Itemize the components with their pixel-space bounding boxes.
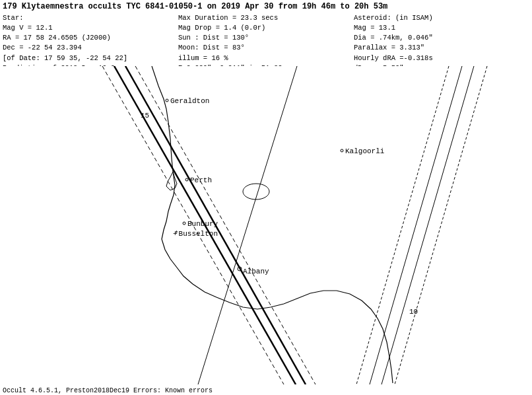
svg-text:10: 10 (409, 308, 418, 316)
asteroid-label: Asteroid: (in ISAM) (354, 13, 529, 23)
illum-info: illum = 16 % (178, 54, 354, 63)
star-label: Star: (3, 13, 178, 23)
footer: Occult 4.6.5.1, Preston2018Dec19 Errors:… (0, 386, 532, 395)
svg-text:Bunbury: Bunbury (187, 220, 218, 228)
svg-text:*Busselton: *Busselton (174, 230, 218, 238)
sun-info: Sun : Dist = 130° (178, 33, 354, 43)
header: 179 Klytaemnestra occults TYC 6841-01050… (0, 0, 532, 75)
star-mag: Mag V = 12.1 (3, 23, 178, 33)
svg-text:Albany: Albany (243, 268, 269, 275)
star-ofdate: [of Date: 17 59 35, -22 54 22] (3, 54, 178, 63)
asteroid-hourly-ra: Hourly dRA =-0.318s (354, 54, 529, 63)
map-svg: Geraldton Kalgoorli Perth Bunbury *Busse… (0, 66, 532, 384)
star-ra: RA = 17 58 24.6505 (J2000) (3, 33, 178, 43)
svg-text:Perth: Perth (190, 176, 212, 184)
map-area: Geraldton Kalgoorli Perth Bunbury *Busse… (0, 66, 532, 384)
duration-info: Max Duration = 23.3 secs Mag Drop = 1.4 … (178, 13, 354, 73)
star-info: Star: Mag V = 12.1 RA = 17 58 24.6505 (J… (3, 13, 178, 73)
svg-rect-0 (0, 66, 532, 384)
svg-text:Geraldton: Geraldton (170, 97, 209, 105)
mag-drop: Mag Drop = 1.4 (0.0r) (178, 23, 354, 33)
title: 179 Klytaemnestra occults TYC 6841-01050… (3, 1, 529, 13)
asteroid-parallax: Parallax = 3.313" (354, 43, 529, 53)
svg-text:Kalgoorli: Kalgoorli (345, 147, 385, 155)
asteroid-dia: Dia = .74km, 0.046" (354, 33, 529, 43)
moon-info: Moon: Dist = 83° (178, 43, 354, 53)
svg-text:15: 15 (141, 112, 149, 120)
svg-text:+: + (173, 230, 178, 238)
star-dec: Dec = -22 54 23.394 (3, 43, 178, 53)
asteroid-mag: Mag = 13.1 (354, 23, 529, 33)
info-grid: Star: Mag V = 12.1 RA = 17 58 24.6505 (J… (3, 13, 529, 73)
footer-text: Occult 4.6.5.1, Preston2018Dec19 Errors:… (3, 387, 213, 394)
max-duration: Max Duration = 23.3 secs (178, 13, 354, 23)
asteroid-info: Asteroid: (in ISAM) Mag = 13.1 Dia = .74… (354, 13, 529, 73)
